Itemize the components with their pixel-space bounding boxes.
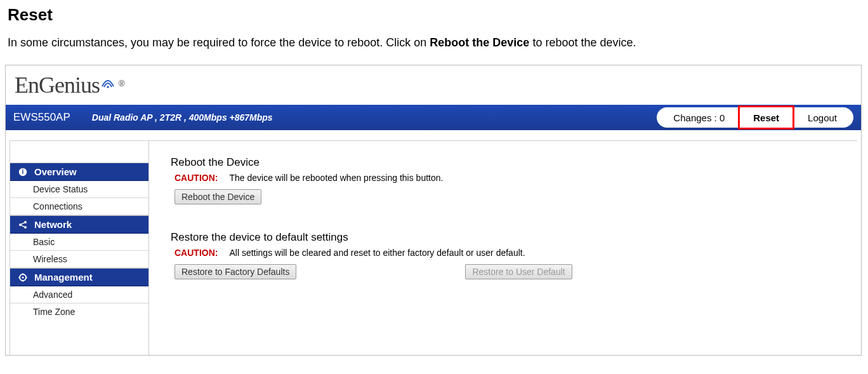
desc-bold: Reboot the Device — [430, 36, 529, 49]
logo-text: EnGenius — [15, 72, 100, 98]
desc-post: to reboot the device. — [529, 36, 636, 49]
restore-user-button[interactable]: Restore to User Default — [465, 264, 572, 279]
nav-item-advanced[interactable]: Advanced — [10, 286, 148, 304]
gear-icon — [18, 272, 28, 283]
logo: EnGenius ® — [15, 72, 125, 98]
nav-head-network[interactable]: Network — [10, 215, 148, 234]
svg-point-9 — [22, 276, 23, 278]
caution-label-2: CAUTION: — [174, 248, 218, 258]
page-description: In some circumstances, you may be requir… — [8, 36, 860, 50]
radio-info: Dual Radio AP , 2T2R , 400Mbps +867Mbps — [92, 112, 273, 123]
nav-head-management[interactable]: Management — [10, 268, 148, 286]
nav-head-overview[interactable]: i Overview — [10, 163, 148, 181]
svg-line-7 — [22, 225, 25, 227]
svg-line-6 — [22, 222, 25, 224]
svg-point-0 — [107, 86, 109, 88]
svg-text:i: i — [22, 168, 24, 175]
svg-point-4 — [24, 221, 27, 224]
main-area: i Overview Device Status Connections Net… — [10, 140, 857, 355]
model-label: EWS550AP — [13, 111, 70, 124]
nav-item-device-status[interactable]: Device Status — [10, 181, 148, 198]
reboot-caution-row: CAUTION: The device will be rebooted whe… — [174, 173, 842, 183]
nav-management-label: Management — [34, 272, 93, 283]
restore-caution-text: All settings will be cleared and reset t… — [229, 248, 525, 258]
nav-item-time-zone[interactable]: Time Zone — [10, 304, 148, 320]
wifi-icon — [101, 77, 115, 91]
topbar: EWS550AP Dual Radio AP , 2T2R , 400Mbps … — [6, 105, 861, 130]
page-title: Reset — [8, 5, 860, 25]
nav-network-label: Network — [34, 219, 72, 230]
desc-pre: In some circumstances, you may be requir… — [8, 36, 430, 49]
restore-factory-button[interactable]: Restore to Factory Defaults — [174, 264, 296, 279]
logo-reg: ® — [119, 79, 125, 88]
nav-item-basic[interactable]: Basic — [10, 234, 148, 251]
nav-overview-label: Overview — [34, 166, 77, 177]
share-icon — [18, 220, 28, 230]
reset-button-label: Reset — [753, 112, 779, 123]
reboot-section-title: Reboot the Device — [171, 156, 842, 169]
logo-row: EnGenius ® — [6, 65, 861, 105]
info-icon: i — [18, 167, 28, 177]
reboot-caution-text: The device will be rebooted when pressin… — [229, 173, 443, 183]
topbar-buttons: Changes : 0 Reset Logout — [657, 107, 853, 128]
sidebar: i Overview Device Status Connections Net… — [10, 141, 148, 355]
changes-button[interactable]: Changes : 0 — [657, 107, 739, 128]
reboot-device-button[interactable]: Reboot the Device — [174, 189, 261, 204]
content: Reboot the Device CAUTION: The device wi… — [148, 141, 857, 355]
svg-point-5 — [24, 226, 27, 229]
logout-button[interactable]: Logout — [793, 107, 853, 128]
nav-item-connections[interactable]: Connections — [10, 198, 148, 215]
screenshot-container: EnGenius ® EWS550AP Dual Radio AP , 2T2R… — [5, 65, 862, 356]
restore-button-row: Restore to Factory Defaults Restore to U… — [171, 262, 842, 287]
restore-caution-row: CAUTION: All settings will be cleared an… — [174, 248, 842, 258]
restore-section-title: Restore the device to default settings — [171, 231, 842, 244]
reset-button[interactable]: Reset — [739, 107, 793, 128]
caution-label: CAUTION: — [174, 173, 218, 183]
nav-item-wireless[interactable]: Wireless — [10, 251, 148, 268]
